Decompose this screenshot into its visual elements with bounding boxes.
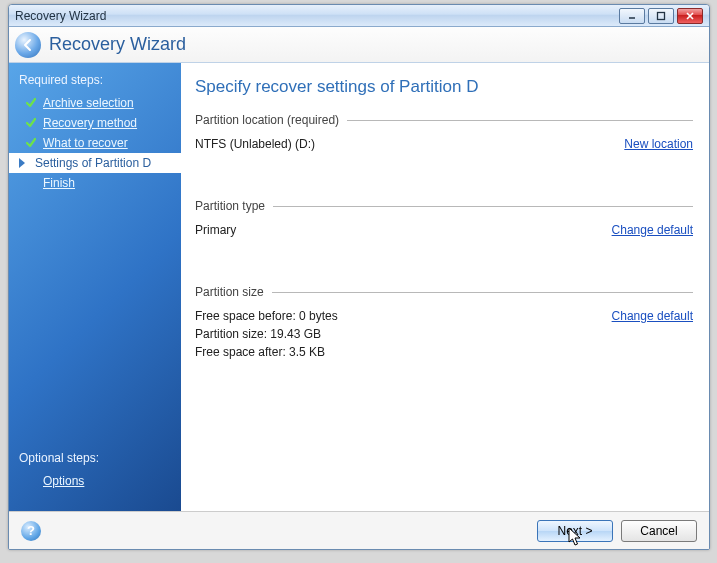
page-title: Recovery Wizard [49,34,186,55]
step-finish[interactable]: Finish [9,173,181,193]
partition-location-value: NTFS (Unlabeled) (D:) [195,137,315,151]
main-panel: Specify recover settings of Partition D … [181,63,709,511]
footer: ? Next > Cancel [9,511,709,549]
main-heading: Specify recover settings of Partition D [195,77,693,97]
divider [273,206,693,207]
section-title: Partition size [195,285,264,299]
section-partition-location: Partition location (required) NTFS (Unla… [195,113,693,151]
divider [272,292,693,293]
help-button[interactable]: ? [21,521,41,541]
svg-rect-1 [658,12,665,19]
check-icon [25,137,37,149]
next-button[interactable]: Next > [537,520,613,542]
optional-steps-header: Optional steps: [9,449,181,471]
free-space-before: Free space before: 0 bytes [195,309,338,323]
step-label: Recovery method [43,116,137,130]
back-button[interactable] [15,32,41,58]
header-bar: Recovery Wizard [9,27,709,63]
section-title: Partition location (required) [195,113,339,127]
titlebar: Recovery Wizard [9,5,709,27]
step-label: Finish [25,176,75,190]
partition-size-value: Partition size: 19.43 GB [195,327,338,341]
step-label: What to recover [43,136,128,150]
step-recovery-method[interactable]: Recovery method [9,113,181,133]
step-label: Archive selection [43,96,134,110]
free-space-after: Free space after: 3.5 KB [195,345,338,359]
cancel-button[interactable]: Cancel [621,520,697,542]
help-icon: ? [27,523,35,538]
wizard-window: Recovery Wizard Recovery Wizard Required… [8,4,710,550]
section-title: Partition type [195,199,265,213]
change-default-type-link[interactable]: Change default [612,223,693,237]
change-default-size-link[interactable]: Change default [612,309,693,323]
required-steps-header: Required steps: [9,71,181,93]
step-what-to-recover[interactable]: What to recover [9,133,181,153]
step-label: Options [25,474,84,488]
check-icon [25,117,37,129]
step-settings-partition-d[interactable]: Settings of Partition D [9,153,182,173]
step-options[interactable]: Options [9,471,181,491]
sidebar: Required steps: Archive selection Recove… [9,63,181,511]
close-button[interactable] [677,8,703,24]
minimize-button[interactable] [619,8,645,24]
check-icon [25,97,37,109]
divider [347,120,693,121]
new-location-link[interactable]: New location [624,137,693,151]
step-label: Settings of Partition D [35,156,151,170]
window-title: Recovery Wizard [15,9,616,23]
maximize-button[interactable] [648,8,674,24]
section-partition-size: Partition size Free space before: 0 byte… [195,285,693,363]
step-archive-selection[interactable]: Archive selection [9,93,181,113]
section-partition-type: Partition type Primary Change default [195,199,693,237]
arrow-left-icon [21,38,35,52]
partition-type-value: Primary [195,223,236,237]
